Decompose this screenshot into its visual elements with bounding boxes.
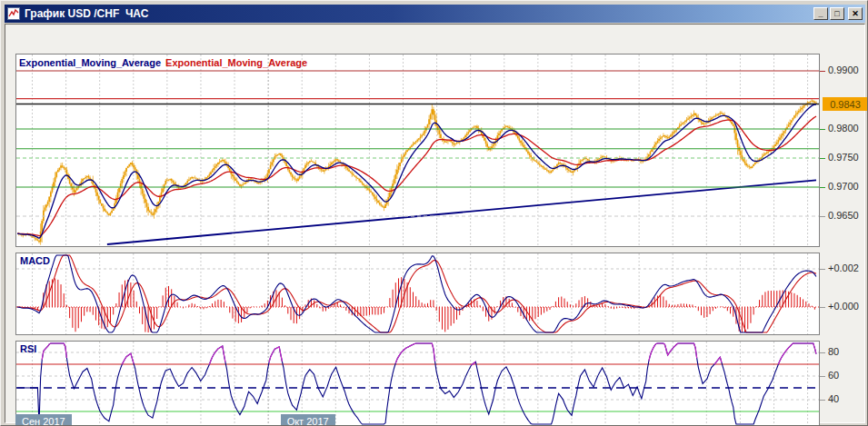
candles-layer [19, 98, 816, 245]
price-chart-panel[interactable]: Exponential_Moving_Average Exponential_M… [15, 54, 820, 247]
price-axis-label: 0.9750 [828, 152, 859, 163]
maximize-button[interactable]: □ [830, 7, 844, 20]
price-axis-label: 0.9700 [828, 181, 859, 192]
minimize-button[interactable]: _ [813, 7, 828, 20]
macd-axis-label: +0.000 [828, 301, 859, 312]
chart-content-area: Exponential_Moving_Average Exponential_M… [5, 24, 865, 423]
rsi-overbought-segment [209, 346, 225, 364]
ema-fast-label: Exponential_Moving_Average [19, 57, 161, 68]
price-axis-tick [820, 129, 825, 130]
rsi-axis-tick [820, 400, 825, 401]
rsi-axis-tick [820, 352, 825, 353]
rsi-overbought-segment [395, 343, 434, 363]
price-axis-label: 0.9650 [828, 210, 859, 221]
ema-slow-label: Exponential_Moving_Average [165, 57, 307, 68]
ema-slow-line [17, 116, 816, 236]
rsi-overbought-segment [269, 347, 282, 362]
macd-axis-tick [820, 307, 825, 308]
rsi-label: RSI [20, 343, 36, 354]
vertical-gridlines [33, 342, 808, 426]
price-axis-tick [820, 216, 825, 217]
macd-canvas[interactable] [16, 253, 819, 334]
macd-axis-tick [820, 269, 825, 270]
rsi-axis-label: 60 [828, 370, 839, 381]
month-badge-sep: Сен 2017 [15, 414, 72, 426]
close-button[interactable]: ✕ [848, 7, 863, 20]
price-axis-tick [820, 187, 825, 188]
price-axis-label: 0.9800 [828, 123, 859, 134]
window-chart-icon [7, 7, 20, 20]
rsi-overbought-segment [42, 343, 66, 360]
macd-panel[interactable]: MACD [15, 253, 820, 335]
price-axis-label: 0.9900 [828, 64, 859, 75]
macd-label: MACD [20, 255, 50, 266]
rsi-axis-label: 80 [828, 346, 839, 357]
price-axis-tick [820, 158, 825, 159]
current-price-tag: 0.9843 [823, 97, 868, 111]
price-chart-canvas[interactable] [16, 54, 819, 246]
indicator-legend: Exponential_Moving_Average Exponential_M… [19, 57, 307, 68]
window-title: График USD /CHF ЧАС [25, 7, 148, 20]
rsi-axis-tick [820, 376, 825, 377]
rsi-overbought-segment [714, 357, 722, 364]
price-axis-tick [820, 71, 825, 72]
macd-histogram [17, 277, 814, 332]
titlebar[interactable]: График USD /CHF ЧАС _ □ ✕ [5, 5, 865, 23]
macd-main-line [17, 255, 816, 332]
window-controls: _ □ ✕ [813, 7, 863, 20]
rsi-overbought-segment [122, 353, 134, 364]
vertical-gridlines [33, 54, 808, 246]
rsi-canvas[interactable] [16, 342, 819, 426]
rsi-panel[interactable]: RSI [15, 341, 820, 426]
horizontal-levels [16, 71, 819, 216]
rsi-overbought-segment [778, 343, 816, 364]
macd-signal-line [17, 255, 816, 332]
rsi-axis-label: 40 [828, 393, 839, 404]
trendline [107, 180, 816, 244]
chart-window: График USD /CHF ЧАС _ □ ✕ Exponential_Mo… [0, 0, 868, 426]
month-badge-oct: Окт 2017 [281, 414, 335, 426]
macd-axis-label: +0.002 [828, 263, 859, 273]
